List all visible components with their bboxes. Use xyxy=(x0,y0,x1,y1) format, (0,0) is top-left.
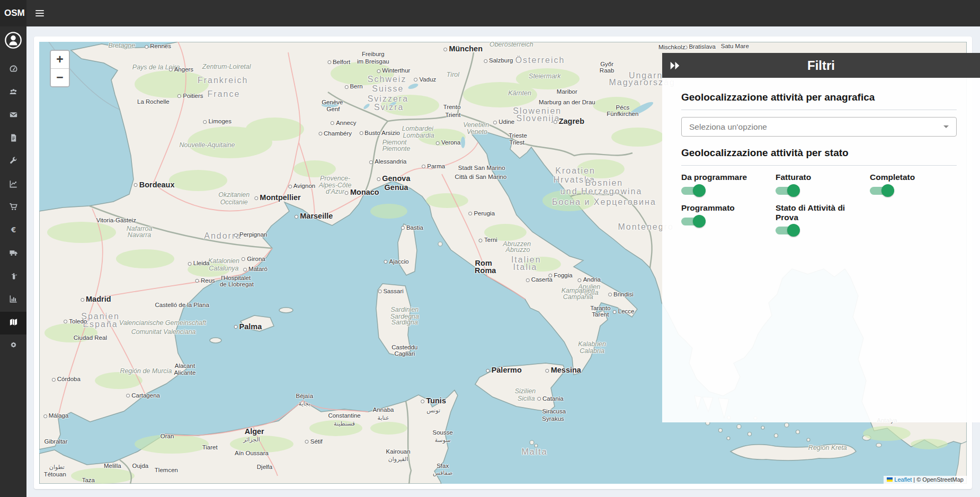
zoom-in-button[interactable]: + xyxy=(51,51,69,68)
gear-icon xyxy=(9,340,18,351)
user-circle-icon xyxy=(4,31,22,49)
sidebar-item-file[interactable] xyxy=(0,128,26,151)
euro-icon: € xyxy=(9,225,18,237)
map-icon xyxy=(9,318,18,329)
attribution-separator: | xyxy=(913,476,915,483)
toggle-switch[interactable] xyxy=(681,187,706,195)
sidebar-item-map[interactable] xyxy=(0,312,26,335)
toggle-item: Completato xyxy=(870,173,957,195)
mail-icon xyxy=(9,110,18,121)
sidebar-menu: € xyxy=(0,58,26,358)
sidebar-item-extinguisher[interactable] xyxy=(0,266,26,289)
sidebar-item-chartbar[interactable] xyxy=(0,288,26,312)
status-toggles-grid: Da programmareFatturatoCompletatoProgram… xyxy=(681,173,957,234)
zoom-out-button[interactable]: − xyxy=(51,68,69,86)
toggle-item: Da programmare xyxy=(681,173,768,195)
dashboard-icon xyxy=(9,64,18,75)
sidebar-item-gear[interactable] xyxy=(0,335,26,358)
fast-forward-icon xyxy=(669,60,681,71)
panel-collapse-button[interactable] xyxy=(669,59,683,73)
toggle-label: Programmato xyxy=(681,203,768,213)
user-avatar[interactable] xyxy=(4,31,22,49)
cart-icon xyxy=(9,202,18,213)
sidebar-item-users[interactable] xyxy=(0,82,26,105)
filters-panel-header: Filtri xyxy=(662,53,980,78)
top-navbar: OSM xyxy=(0,0,980,26)
toggle-item: Fatturato xyxy=(776,173,862,195)
toggle-switch[interactable] xyxy=(870,187,894,195)
toggle-label: Fatturato xyxy=(776,173,862,182)
chartbar-icon xyxy=(9,294,18,305)
openstreetmap-link[interactable]: © OpenStreetMap xyxy=(916,476,964,483)
toggle-label: Completato xyxy=(870,173,957,182)
sidebar-item-truck[interactable] xyxy=(0,242,26,266)
panel-title: Filtri xyxy=(662,58,980,73)
sidebar-item-wrench[interactable] xyxy=(0,150,26,174)
file-icon xyxy=(9,133,18,144)
hamburger-icon xyxy=(35,10,44,11)
svg-text:€: € xyxy=(10,226,15,234)
toggle-knob xyxy=(787,184,800,197)
section-heading-stato: Geolocalizzazione attività per stato xyxy=(681,147,957,166)
toggle-item: Stato di Attività di Prova xyxy=(776,203,862,235)
ukraine-flag-icon xyxy=(887,477,893,482)
map-zoom-control: + − xyxy=(50,50,70,87)
truck-icon xyxy=(9,248,18,259)
select-placeholder: Seleziona un'opzione xyxy=(689,122,943,132)
toggle-knob xyxy=(693,215,706,228)
chartline-icon xyxy=(9,179,18,191)
sidebar-item-cart[interactable] xyxy=(0,196,26,220)
extinguisher-icon xyxy=(9,272,18,283)
sidebar-toggle-button[interactable] xyxy=(28,0,51,26)
toggle-switch[interactable] xyxy=(681,218,706,225)
users-icon xyxy=(9,87,18,98)
filters-panel: Filtri Geolocalizzazione attività per an… xyxy=(662,53,980,422)
filters-panel-body: Geolocalizzazione attività per anagrafic… xyxy=(662,78,980,422)
map-attribution: Leaflet | © OpenStreetMap xyxy=(884,476,967,484)
leaflet-link[interactable]: Leaflet xyxy=(894,476,912,483)
sidebar-item-dashboard[interactable] xyxy=(0,58,26,82)
toggle-switch[interactable] xyxy=(776,187,800,195)
section-heading-anagrafica: Geolocalizzazione attività per anagrafic… xyxy=(681,92,957,110)
toggle-label: Stato di Attività di Prova xyxy=(776,203,862,222)
toggle-item: Programmato xyxy=(681,203,768,235)
sidebar-item-mail[interactable] xyxy=(0,104,26,128)
app-logo: OSM xyxy=(0,0,26,26)
toggle-knob xyxy=(787,224,800,237)
sidebar-item-chartline[interactable] xyxy=(0,174,26,197)
toggle-label: Da programmare xyxy=(681,173,768,182)
toggle-knob xyxy=(693,184,706,197)
sidebar-item-euro[interactable]: € xyxy=(0,220,26,243)
sidebar: € xyxy=(0,26,26,497)
anagrafica-select[interactable]: Seleziona un'opzione xyxy=(681,117,957,137)
toggle-switch[interactable] xyxy=(776,227,800,234)
toggle-knob xyxy=(881,184,894,197)
wrench-icon xyxy=(9,156,18,167)
chevron-down-icon xyxy=(943,125,949,128)
